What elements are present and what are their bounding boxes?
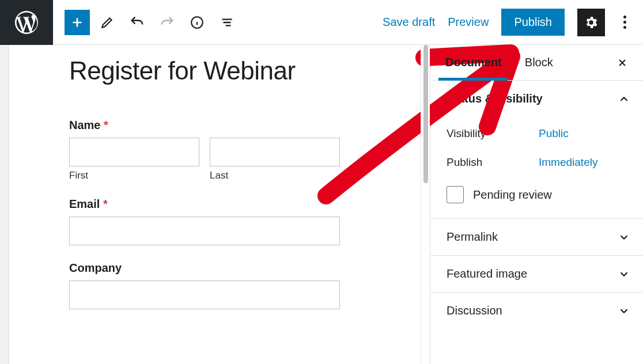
undo-icon [129,14,145,31]
panel-status-head[interactable]: Status & visibility [430,81,643,117]
row-pending-review: Pending review [447,177,630,203]
required-mark: * [104,119,108,131]
chevron-down-icon [618,268,630,280]
add-block-button[interactable] [65,10,90,35]
left-gutter [0,45,9,364]
name-label: Name * [69,119,340,132]
panel-discussion: Discussion [430,293,643,329]
close-icon [616,57,628,69]
pending-review-label: Pending review [473,188,552,202]
visibility-value[interactable]: Public [539,127,569,140]
chevron-down-icon [618,231,630,244]
first-name-input[interactable] [69,138,199,166]
chevron-up-icon [618,93,630,105]
form-block: Name * First Last Email * [69,119,340,309]
name-label-text: Name [69,119,100,131]
editor-top-toolbar: Save draft Preview Publish [0,0,643,45]
panel-featured-head[interactable]: Featured image [430,256,643,292]
preview-button[interactable]: Preview [448,16,489,29]
wordpress-logo[interactable] [0,0,53,45]
gear-icon [584,15,599,30]
email-input[interactable] [69,217,340,245]
scroll-thumb[interactable] [423,45,428,183]
outline-button[interactable] [214,10,240,35]
discussion-title: Discussion [447,304,502,317]
first-sublabel: First [69,170,199,181]
panel-status-body: Visibility Public Publish Immediately Pe… [430,117,643,218]
company-label: Company [69,261,340,275]
tab-document[interactable]: Document [441,45,506,80]
info-icon [190,15,205,30]
panel-permalink: Permalink [430,219,643,256]
scrollbar[interactable] [421,45,430,364]
close-sidebar-button[interactable] [613,54,631,72]
toolbar-right-group: Save draft Preview Publish [383,9,643,36]
more-vertical-icon [618,16,631,29]
email-label-text: Email [69,198,100,210]
required-mark: * [103,198,108,210]
publish-value[interactable]: Immediately [539,156,597,169]
field-email: Email * [69,198,340,245]
pending-review-checkbox[interactable] [447,186,464,203]
plus-icon [70,15,85,30]
more-options-button[interactable] [618,10,631,35]
row-visibility: Visibility Public [447,119,630,148]
permalink-title: Permalink [447,230,498,244]
panel-status-title: Status & visibility [447,92,543,105]
editor-body: Register for Webinar Name * First Last [0,45,643,364]
publish-label: Publish [447,156,539,169]
panel-discussion-head[interactable]: Discussion [430,293,643,329]
company-input[interactable] [69,280,340,309]
settings-sidebar: Document Block Status & visibility Visib… [430,45,643,364]
edit-mode-button[interactable] [94,10,120,35]
featured-title: Featured image [447,267,527,280]
info-button[interactable] [184,10,210,35]
editor-canvas[interactable]: Register for Webinar Name * First Last [9,45,421,364]
active-tab-indicator [438,78,508,81]
undo-button[interactable] [124,10,150,35]
save-draft-button[interactable]: Save draft [383,16,435,29]
pencil-icon [100,15,115,30]
last-name-input[interactable] [210,138,340,166]
row-publish: Publish Immediately [447,148,630,177]
field-company: Company [69,261,340,309]
tab-block[interactable]: Block [520,45,558,80]
email-label: Email * [69,198,340,211]
panel-featured-image: Featured image [430,256,643,293]
visibility-label: Visibility [447,127,539,140]
field-name: Name * First Last [69,119,340,181]
list-icon [220,15,234,30]
chevron-down-icon [618,305,630,317]
panel-status-visibility: Status & visibility Visibility Public Pu… [430,81,643,219]
redo-icon [159,14,175,31]
settings-button[interactable] [577,9,605,36]
redo-button[interactable] [154,10,180,35]
page-title[interactable]: Register for Webinar [69,56,421,85]
sidebar-tabs: Document Block [430,45,643,81]
last-sublabel: Last [210,170,340,181]
toolbar-left-group [53,10,240,35]
publish-button[interactable]: Publish [501,9,565,36]
panel-permalink-head[interactable]: Permalink [430,219,643,255]
